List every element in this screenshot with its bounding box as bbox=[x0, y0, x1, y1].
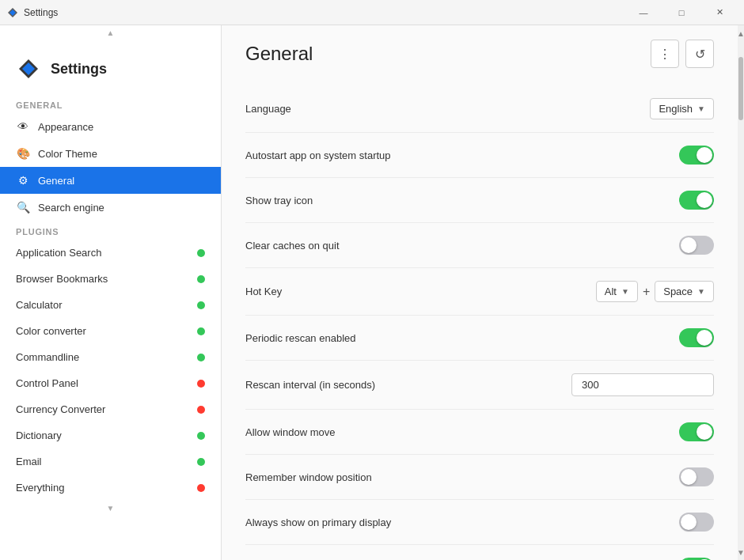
setting-row-always-show-primary: Always show on primary display bbox=[245, 500, 714, 545]
main-header: General ⋮ ↺ bbox=[222, 25, 738, 78]
sidebar-item-browser-bookmarks[interactable]: Browser Bookmarks bbox=[0, 266, 221, 292]
reset-button[interactable]: ↺ bbox=[685, 40, 714, 68]
sidebar-label-general: General bbox=[38, 175, 205, 187]
hotkey-key1-value: Alt bbox=[605, 286, 617, 297]
language-control: English ▼ bbox=[650, 98, 714, 119]
more-options-button[interactable]: ⋮ bbox=[651, 40, 679, 68]
show-tray-icon-label: Show tray icon bbox=[245, 195, 313, 206]
sidebar-label-everything: Everything bbox=[16, 482, 189, 494]
sidebar-item-everything[interactable]: Everything bbox=[0, 475, 221, 501]
language-label: Language bbox=[245, 103, 291, 115]
sidebar-item-control-panel[interactable]: Control Panel bbox=[0, 370, 221, 396]
status-dot-dictionary bbox=[197, 432, 205, 440]
search-engine-icon: 🔍 bbox=[16, 201, 30, 214]
sidebar-label-search-engine: Search engine bbox=[38, 202, 205, 214]
sidebar-item-search-engine[interactable]: 🔍 Search engine bbox=[0, 194, 221, 221]
sidebar-label-color-converter: Color converter bbox=[16, 325, 189, 337]
sidebar-label-color-theme: Color Theme bbox=[38, 148, 205, 160]
setting-row-clear-caches: Clear caches on quit bbox=[245, 223, 714, 268]
sidebar-item-calculator[interactable]: Calculator bbox=[0, 292, 221, 318]
sidebar-label-currency-converter: Currency Converter bbox=[16, 403, 189, 415]
language-value: English bbox=[659, 103, 693, 115]
sidebar-label-email: Email bbox=[16, 456, 189, 467]
hotkey-control: Alt ▼ + Space ▼ bbox=[596, 281, 714, 302]
allow-window-move-control bbox=[679, 422, 714, 441]
section-label-plugins: PLUGINS bbox=[0, 221, 221, 240]
setting-row-language: Language English ▼ bbox=[245, 85, 714, 133]
sidebar-label-control-panel: Control Panel bbox=[16, 377, 189, 389]
sidebar-scroll-down[interactable]: ▼ bbox=[0, 501, 221, 516]
general-icon: ⚙ bbox=[16, 174, 30, 187]
sidebar-header: Settings bbox=[0, 40, 221, 94]
sidebar-item-email[interactable]: Email bbox=[0, 448, 221, 475]
status-dot-currency-converter bbox=[197, 406, 205, 414]
sidebar-item-color-theme[interactable]: 🎨 Color Theme bbox=[0, 140, 221, 167]
always-show-primary-toggle[interactable] bbox=[679, 513, 714, 532]
settings-scroll-area: Language English ▼ Autostart app on syst… bbox=[222, 78, 738, 560]
setting-row-autostart: Autostart app on system startup bbox=[245, 133, 714, 178]
autostart-toggle[interactable] bbox=[679, 146, 714, 165]
window-controls: — □ ✕ bbox=[625, 1, 738, 25]
periodic-rescan-control bbox=[679, 328, 714, 347]
remember-window-position-toggle[interactable] bbox=[679, 467, 714, 486]
clear-caches-control bbox=[679, 236, 714, 255]
sidebar-item-color-converter[interactable]: Color converter bbox=[0, 318, 221, 344]
sidebar-label-browser-bookmarks: Browser Bookmarks bbox=[16, 273, 189, 285]
main-content: General ⋮ ↺ Language English ▼ Autostart… bbox=[222, 25, 738, 560]
maximize-button[interactable]: □ bbox=[663, 1, 700, 25]
sidebar-item-commandline[interactable]: Commandline bbox=[0, 344, 221, 370]
show-tray-icon-toggle[interactable] bbox=[679, 191, 714, 210]
hotkey-key2-value: Space bbox=[663, 286, 693, 297]
page-title: General bbox=[245, 43, 313, 65]
sidebar-item-dictionary[interactable]: Dictionary bbox=[0, 422, 221, 448]
sidebar-label-calculator: Calculator bbox=[16, 299, 189, 311]
setting-row-remember-window-position: Remember window position bbox=[245, 455, 714, 500]
sidebar-item-general[interactable]: ⚙ General bbox=[0, 167, 221, 194]
main-scrollbar: ▲ ▼ bbox=[738, 25, 744, 560]
sidebar-scroll-up[interactable]: ▲ bbox=[0, 25, 221, 40]
allow-window-move-label: Allow window move bbox=[245, 426, 335, 438]
close-button[interactable]: ✕ bbox=[701, 1, 738, 25]
status-dot-email bbox=[197, 458, 205, 466]
title-bar: Settings — □ ✕ bbox=[0, 0, 744, 25]
sidebar-item-currency-converter[interactable]: Currency Converter bbox=[0, 396, 221, 422]
hotkey-key1-dropdown[interactable]: Alt ▼ bbox=[596, 281, 638, 302]
minimize-button[interactable]: — bbox=[625, 1, 662, 25]
sidebar-label-commandline: Commandline bbox=[16, 351, 189, 363]
setting-row-rescan-interval: Rescan interval (in seconds) bbox=[245, 361, 714, 410]
scroll-down-button[interactable]: ▼ bbox=[738, 544, 744, 560]
hotkey-key2-dropdown[interactable]: Space ▼ bbox=[655, 281, 714, 302]
rescan-interval-control bbox=[571, 373, 714, 396]
sidebar-item-appearance[interactable]: 👁 Appearance bbox=[0, 113, 221, 140]
clear-caches-toggle[interactable] bbox=[679, 236, 714, 255]
section-label-general: GENERAL bbox=[0, 94, 221, 113]
periodic-rescan-toggle[interactable] bbox=[679, 328, 714, 347]
setting-row-hotkey: Hot Key Alt ▼ + Space ▼ bbox=[245, 268, 714, 316]
scroll-thumb[interactable] bbox=[738, 57, 743, 120]
sidebar-logo-icon bbox=[16, 56, 41, 81]
language-dropdown[interactable]: English ▼ bbox=[650, 98, 714, 119]
always-show-primary-control bbox=[679, 513, 714, 532]
sidebar-label-dictionary: Dictionary bbox=[16, 429, 189, 441]
scroll-up-button[interactable]: ▲ bbox=[738, 25, 744, 41]
color-theme-icon: 🎨 bbox=[16, 147, 30, 160]
setting-row-show-tray-icon: Show tray icon bbox=[245, 178, 714, 223]
sidebar-label-application-search: Application Search bbox=[16, 247, 189, 259]
rescan-interval-input[interactable] bbox=[571, 373, 714, 396]
status-dot-everything bbox=[197, 484, 205, 492]
language-dropdown-arrow-icon: ▼ bbox=[697, 104, 705, 113]
hotkey-key2-arrow-icon: ▼ bbox=[697, 287, 705, 296]
hotkey-label: Hot Key bbox=[245, 286, 282, 297]
status-dot-application-search bbox=[197, 249, 205, 257]
setting-row-log-execution: Log execution bbox=[245, 545, 714, 560]
allow-window-move-toggle[interactable] bbox=[679, 422, 714, 441]
periodic-rescan-label: Periodic rescan enabled bbox=[245, 332, 355, 344]
window-title: Settings bbox=[24, 7, 58, 18]
sidebar-item-application-search[interactable]: Application Search bbox=[0, 240, 221, 266]
sidebar-app-title: Settings bbox=[51, 61, 107, 78]
status-dot-commandline bbox=[197, 354, 205, 361]
sidebar-label-appearance: Appearance bbox=[38, 121, 205, 133]
status-dot-color-converter bbox=[197, 327, 205, 335]
app-container: ▲ Settings GENERAL 👁 Appearance 🎨 Color … bbox=[0, 25, 744, 560]
rescan-interval-label: Rescan interval (in seconds) bbox=[245, 379, 375, 391]
